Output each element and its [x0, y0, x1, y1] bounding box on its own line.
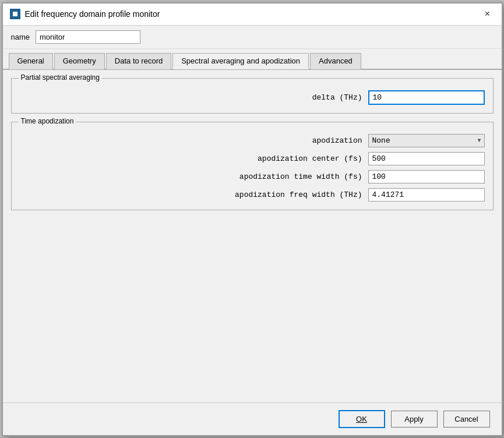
- ok-button[interactable]: OK: [339, 410, 385, 428]
- time-apodization-section: Time apodization apodization None Gaussi…: [11, 122, 494, 210]
- title-bar: Edit frequency domain profile monitor ×: [3, 3, 502, 26]
- apodization-center-input[interactable]: [368, 152, 485, 165]
- title-bar-left: Edit frequency domain profile monitor: [10, 9, 160, 19]
- delta-label: delta (THz): [312, 93, 362, 102]
- apodization-freq-width-input[interactable]: [368, 188, 485, 202]
- delta-row: delta (THz): [20, 90, 485, 105]
- delta-input[interactable]: [368, 90, 485, 105]
- apodization-select-wrapper: None Gaussian Kaiser ▼: [368, 134, 485, 147]
- apodization-time-width-row: apodization time width (fs): [20, 170, 485, 183]
- tab-data-to-record[interactable]: Data to record: [106, 53, 171, 69]
- cancel-button[interactable]: Cancel: [443, 411, 490, 428]
- bottom-bar: OK Apply Cancel: [3, 402, 502, 435]
- apodization-freq-width-label: apodization freq width (THz): [235, 190, 362, 199]
- apodization-time-width-input[interactable]: [368, 170, 485, 183]
- tab-geometry[interactable]: Geometry: [54, 53, 105, 69]
- apodization-select[interactable]: None Gaussian Kaiser: [368, 134, 485, 147]
- apodization-time-width-label: apodization time width (fs): [239, 172, 362, 181]
- apodization-freq-width-row: apodization freq width (THz): [20, 188, 485, 202]
- dialog: Edit frequency domain profile monitor × …: [2, 2, 503, 436]
- partial-spectral-legend: Partial spectral averaging: [19, 73, 102, 82]
- tab-spectral[interactable]: Spectral averaging and apodization: [172, 53, 309, 69]
- apodization-center-label: apodization center (fs): [258, 154, 362, 163]
- apodization-center-row: apodization center (fs): [20, 152, 485, 165]
- tabs-bar: General Geometry Data to record Spectral…: [3, 49, 502, 70]
- tab-general[interactable]: General: [9, 53, 53, 69]
- name-input[interactable]: [36, 30, 140, 44]
- apodization-row: apodization None Gaussian Kaiser ▼: [20, 134, 485, 147]
- apply-button[interactable]: Apply: [391, 411, 438, 428]
- apodization-label: apodization: [312, 136, 362, 145]
- time-apodization-legend: Time apodization: [19, 117, 76, 125]
- dialog-title: Edit frequency domain profile monitor: [25, 9, 160, 19]
- close-button[interactable]: ×: [481, 7, 495, 21]
- app-icon-inner: [12, 11, 18, 17]
- tab-advanced[interactable]: Advanced: [310, 53, 361, 69]
- partial-spectral-section: Partial spectral averaging delta (THz): [11, 78, 494, 114]
- name-label: name: [11, 33, 30, 41]
- content-area: Partial spectral averaging delta (THz) T…: [3, 70, 502, 402]
- app-icon: [10, 9, 20, 19]
- name-row: name: [3, 26, 502, 49]
